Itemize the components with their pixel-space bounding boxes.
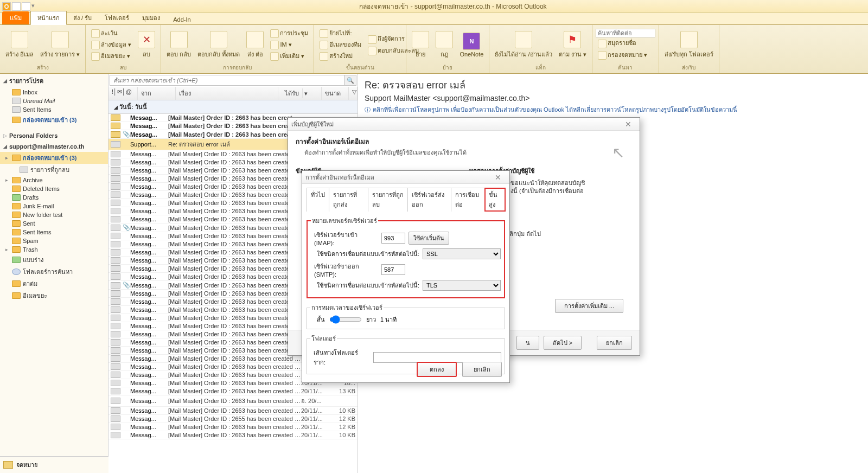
quickstep-tomgr[interactable]: อีเมลของทีม xyxy=(317,39,363,50)
tab-sendrecv[interactable]: ส่ง / รับ xyxy=(67,11,98,24)
msg-from: Messag... xyxy=(130,208,168,214)
ignore-button[interactable]: ละเว้น xyxy=(89,28,133,39)
reply-button[interactable]: ตอบ กลับ xyxy=(164,30,193,60)
msg-from: Messag... xyxy=(130,167,168,174)
timeout-slider[interactable] xyxy=(329,315,362,324)
junk-button[interactable]: อีเมลขยะ ▾ xyxy=(89,50,133,62)
tree-item[interactable]: แบบร่าง xyxy=(0,254,108,266)
fav-item[interactable]: Unread Mail xyxy=(0,97,108,105)
new-items-button[interactable]: สร้าง รายการ ▾ xyxy=(38,30,82,60)
tree-item[interactable]: Deleted Items xyxy=(0,184,108,193)
fav-item[interactable]: Inbox xyxy=(0,88,108,97)
col-from[interactable]: จาก xyxy=(138,87,176,100)
date-group-today[interactable]: ◢ วันนี้: วันนี้ xyxy=(108,100,358,114)
smtp-encryption-select[interactable]: TLS xyxy=(423,280,501,291)
account-header[interactable]: ◢support@mailmaster.co.th xyxy=(0,141,108,152)
envelope-icon xyxy=(515,31,532,48)
addressbook-button[interactable]: สมุดรายชื่อ xyxy=(596,37,655,49)
tree-item[interactable]: Sent xyxy=(0,219,108,228)
ok-button[interactable]: ตกลง xyxy=(417,362,457,377)
file-tab[interactable]: แฟ้ม xyxy=(2,11,29,24)
tree-item[interactable]: Spam xyxy=(0,237,108,245)
search-input[interactable] xyxy=(110,75,344,85)
tab-sent[interactable]: รายการที่ถูกส่ง xyxy=(329,188,368,212)
unread-button[interactable]: ยังไม่ได้อ่าน /อ่านแล้ว xyxy=(493,30,554,60)
imap-port-input[interactable] xyxy=(381,233,405,244)
cancel-button[interactable]: ยกเลิก xyxy=(597,336,632,350)
col-flag[interactable]: ▽ xyxy=(349,87,358,100)
envelope-icon xyxy=(111,257,120,264)
cancel-button-2[interactable]: ยกเลิก xyxy=(462,362,502,377)
onenote-button[interactable]: NOneNote xyxy=(457,31,486,59)
tab-connection[interactable]: การเชื่อมต่อ xyxy=(451,188,485,212)
envelope-icon xyxy=(111,323,120,329)
forward-button[interactable]: ส่ง ต่อ xyxy=(244,30,266,60)
personal-folders-header[interactable]: ▷Personal Folders xyxy=(0,130,108,141)
tree-item[interactable]: โฟลเดอร์การค้นหา xyxy=(0,266,108,278)
meeting-button[interactable]: การประชุม xyxy=(268,28,310,39)
favorites-header[interactable]: ◢รายการโปรด xyxy=(0,74,108,88)
message-row[interactable]: Messag...[Mail Master] Order ID : 2655 h… xyxy=(108,415,358,423)
save-icon[interactable] xyxy=(12,2,21,11)
tree-item[interactable]: อีเมลขยะ xyxy=(0,290,108,302)
tree-item[interactable]: Drafts xyxy=(0,193,108,202)
search-icon[interactable]: 🔍 xyxy=(344,75,356,85)
folder-icon xyxy=(12,177,21,183)
tree-item[interactable]: ▸Trash xyxy=(0,245,108,254)
more-button[interactable]: เพิ่มเติม ▾ xyxy=(268,50,310,62)
imap-encryption-select[interactable]: SSL xyxy=(423,248,501,259)
quickstep-new[interactable]: สร้างใหม่ xyxy=(317,50,363,62)
move-button[interactable]: ย้าย xyxy=(410,30,431,60)
root-folder-input[interactable] xyxy=(373,352,501,363)
col-subject[interactable]: เรื่อง xyxy=(176,87,278,100)
back-button[interactable]: น xyxy=(516,336,539,350)
cleanup-button[interactable]: ล้างข้อมูล ▾ xyxy=(89,39,133,50)
im-button[interactable]: IM ▾ xyxy=(268,39,310,50)
message-row[interactable]: Messag...[Mail Master] Order ID : 2663 h… xyxy=(108,431,358,439)
more-settings-button[interactable]: การตั้งค่าเพิ่มเติม ... xyxy=(555,299,623,313)
tree-item[interactable]: New folder test xyxy=(0,210,108,219)
tab-view[interactable]: มุมมอง xyxy=(136,11,167,24)
close-icon[interactable]: ✕ xyxy=(490,173,506,182)
undo-icon[interactable] xyxy=(22,2,30,11)
tab-advanced[interactable]: ขั้นสูง xyxy=(484,188,506,212)
tree-item[interactable]: ▸Archive xyxy=(0,176,108,184)
col-size[interactable]: ขนาด xyxy=(322,87,349,100)
quickstep-moveto[interactable]: ย้ายไปที่: xyxy=(317,28,363,39)
next-button[interactable]: ถัดไป > xyxy=(544,336,582,350)
close-icon[interactable]: ✕ xyxy=(620,120,636,129)
filter-button[interactable]: กรองจดหมาย ▾ xyxy=(596,49,655,61)
tree-item[interactable]: Sent Items xyxy=(0,228,108,237)
tree-item[interactable]: ▸กล่องจดหมายเข้า (3) xyxy=(0,152,108,164)
qat-dropdown-icon[interactable]: ▾ xyxy=(31,2,40,11)
followup-button[interactable]: ⚑ตาม งาน ▾ xyxy=(557,30,589,60)
sendrecv-all-button[interactable]: ส่ง/รับทุก โฟลเดอร์ xyxy=(662,30,716,60)
tab-addin[interactable]: Add-In xyxy=(167,15,197,24)
forward-icon xyxy=(246,31,264,48)
rules-button[interactable]: กฎ xyxy=(433,30,455,60)
col-icon[interactable]: !│✉│@ xyxy=(108,87,138,100)
message-row[interactable]: Messag...[Mail Master] Order ID : 2663 h… xyxy=(108,407,358,415)
nav-mail-button[interactable]: จดหมาย xyxy=(0,456,108,473)
tree-item[interactable]: รายการที่ถูกลบ xyxy=(0,164,108,176)
tree-item[interactable]: Junk E-mail xyxy=(0,202,108,210)
folder-icon xyxy=(12,98,21,104)
message-row[interactable]: Messag...[Mail Master] Order ID : 2663 h… xyxy=(108,395,358,407)
use-defaults-button[interactable]: ใช้ค่าเริ่มต้น xyxy=(409,232,449,245)
smtp-port-input[interactable] xyxy=(381,264,405,275)
replyall-button[interactable]: ตอบกลับ ทั้งหมด xyxy=(195,30,242,60)
tab-outgoing[interactable]: เซิร์ฟเวอร์ส่งออก xyxy=(407,188,452,212)
fav-item[interactable]: Sent Items xyxy=(0,105,108,114)
find-contact-input[interactable] xyxy=(596,29,655,37)
message-row[interactable]: Messag...[Mail Master] Order ID : 2663 h… xyxy=(108,387,358,395)
tab-home[interactable]: หน้าแรก xyxy=(30,11,67,25)
message-row[interactable]: Messag...[Mail Master] Order ID : 2663 h… xyxy=(108,423,358,431)
tree-item[interactable]: ดาต่ม xyxy=(0,278,108,290)
tab-folder[interactable]: โฟลเดอร์ xyxy=(98,11,136,24)
new-email-button[interactable]: สร้าง อีเมล xyxy=(3,30,36,60)
fav-item[interactable]: กล่องจดหมายเข้า (3) xyxy=(0,114,108,126)
tab-general[interactable]: ทั่วไป xyxy=(307,188,329,212)
tab-deleted[interactable]: รายการที่ถูกลบ xyxy=(368,188,408,212)
blocked-images-bar[interactable]: ⓘ คลิกที่นี่เพื่อดาวน์โหลดรูปภาพ เพื่อป้… xyxy=(365,105,861,114)
delete-button[interactable]: ✕ลบ xyxy=(136,30,157,60)
